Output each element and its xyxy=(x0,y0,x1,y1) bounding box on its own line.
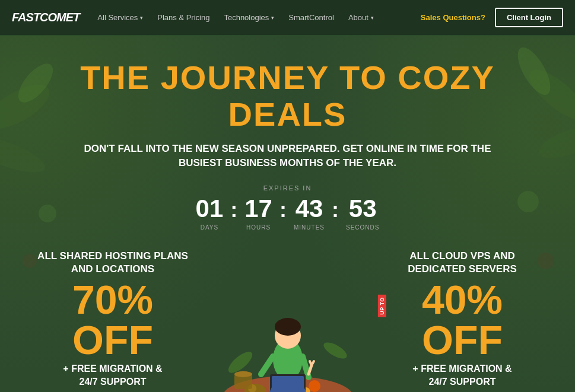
sales-questions-link[interactable]: Sales Questions? xyxy=(421,13,485,22)
nav-smartcontrol[interactable]: SmartControl xyxy=(282,8,340,27)
separator-2: : xyxy=(279,199,287,221)
upto-badge: UP TO xyxy=(378,295,386,317)
days-label: DAYS xyxy=(201,224,219,231)
svg-point-1 xyxy=(0,129,49,179)
nav-plans-pricing[interactable]: Plans & Pricing xyxy=(151,8,215,27)
discount-wrapper-right: UP TO 40% OFF xyxy=(385,279,539,362)
hero-illustration: FASTCOMET xyxy=(211,250,365,392)
separator-1: : xyxy=(230,199,237,221)
hero-subtitle: DON'T FALL INTO THE NEW SEASON UNPREPARE… xyxy=(80,142,495,170)
deal-left-title: ALL SHARED HOSTING PLANS AND LOCATIONS xyxy=(36,250,190,276)
countdown-timer: 01 DAYS : 17 HOURS : 43 MINUTES : 53 SEC… xyxy=(24,196,551,232)
client-login-button[interactable]: Client Login xyxy=(495,8,563,27)
hours-label: HOURS xyxy=(246,224,271,231)
hours-value: 17 xyxy=(244,196,272,221)
nav-technologies[interactable]: Technologies ▾ xyxy=(218,8,280,27)
nav-about[interactable]: About ▾ xyxy=(342,8,380,27)
svg-point-20 xyxy=(275,318,301,336)
deal-right-extras: + FREE MIGRATION &24/7 SUPPORT xyxy=(385,362,539,389)
days-value: 01 xyxy=(196,196,224,221)
deal-right-discount: 40% OFF xyxy=(385,279,539,360)
deals-row: ALL SHARED HOSTING PLANS AND LOCATIONS 7… xyxy=(24,250,551,392)
deal-left-discount: 70% OFF xyxy=(36,279,190,360)
chevron-down-icon: ▾ xyxy=(140,15,143,21)
deal-left-extras: + FREE MIGRATION &24/7 SUPPORT xyxy=(36,362,190,389)
countdown-days: 01 DAYS xyxy=(189,196,231,232)
countdown-seconds: 53 SECONDS xyxy=(339,196,386,232)
svg-line-29 xyxy=(312,361,314,365)
minutes-value: 43 xyxy=(294,196,325,221)
navbar: FASTCOMET All Services ▾ Plans & Pricing… xyxy=(0,0,575,36)
seconds-label: SECONDS xyxy=(346,224,379,231)
nav-right: Sales Questions? Client Login xyxy=(421,8,563,27)
deal-shared-hosting: ALL SHARED HOSTING PLANS AND LOCATIONS 7… xyxy=(36,250,190,392)
chevron-down-icon-tech: ▾ xyxy=(271,15,274,21)
nav-all-services[interactable]: All Services ▾ xyxy=(91,8,149,27)
hero-title: THE JOURNEY TO COZY DEALS xyxy=(24,59,551,132)
hero-section: THE JOURNEY TO COZY DEALS DON'T FALL INT… xyxy=(0,36,575,392)
deal-cloud-vps: ALL CLOUD VPS AND DEDICATED SERVERS UP T… xyxy=(385,250,539,392)
seconds-value: 53 xyxy=(346,196,379,221)
svg-line-21 xyxy=(261,356,273,374)
svg-line-27 xyxy=(309,365,312,374)
center-illustration: FASTCOMET xyxy=(205,250,371,392)
svg-point-33 xyxy=(234,371,252,377)
expires-label: EXPIRES IN xyxy=(24,184,551,192)
nav-links: All Services ▾ Plans & Pricing Technolog… xyxy=(91,8,420,27)
deal-right-title: ALL CLOUD VPS AND DEDICATED SERVERS xyxy=(385,250,539,276)
separator-3: : xyxy=(332,199,339,221)
brand-logo[interactable]: FASTCOMET xyxy=(12,11,80,24)
svg-point-15 xyxy=(309,380,320,392)
countdown-hours: 17 HOURS xyxy=(237,196,279,232)
minutes-label: MINUTES xyxy=(294,224,325,231)
svg-point-31 xyxy=(321,339,349,362)
chevron-down-icon-about: ▾ xyxy=(371,15,374,21)
countdown-minutes: 43 MINUTES xyxy=(287,196,332,232)
countdown-section: EXPIRES IN 01 DAYS : 17 HOURS : 43 MINUT… xyxy=(24,184,551,232)
